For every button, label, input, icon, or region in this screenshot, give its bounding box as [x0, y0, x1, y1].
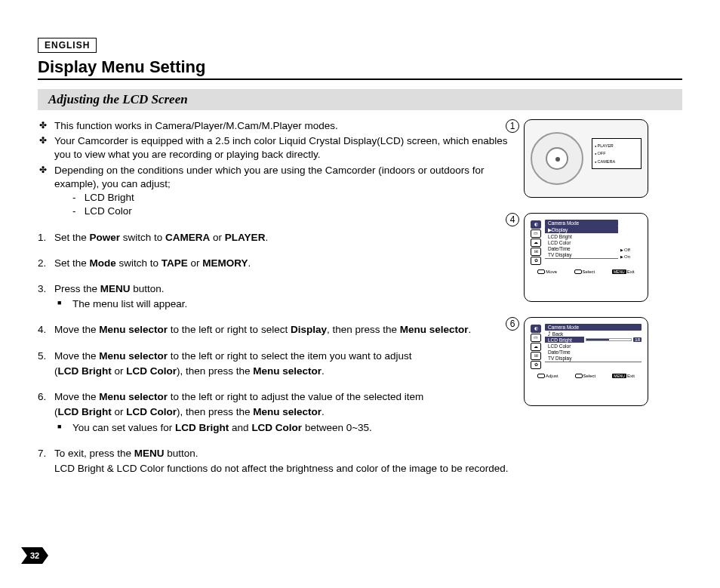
- menu-mode-header: Camera Mode: [545, 220, 618, 226]
- adjust-key-icon: [537, 374, 545, 378]
- step-3: 3. Press the MENU button. The menu list …: [54, 282, 509, 311]
- section-subtitle: Adjusting the LCD Screen: [38, 89, 682, 110]
- page-title: Display Menu Setting: [38, 57, 682, 77]
- tape-icon: ▭: [531, 334, 541, 342]
- step-5: 5. Move the Menu selector to the left or…: [54, 349, 509, 378]
- menu-item: ▶Display: [545, 226, 618, 233]
- select-key-icon: [574, 269, 582, 274]
- menu-item: TV Display: [545, 355, 642, 361]
- language-label: ENGLISH: [38, 38, 97, 53]
- mic-icon: ☁: [531, 343, 541, 351]
- figure-6: 6 ◐ ▭ ☁ ⊞ ✿ Camera Mode ⤴ Back LCD Brigh: [524, 317, 682, 406]
- sub-item: LCD Bright: [72, 191, 509, 205]
- camera-icon: ◐: [531, 325, 541, 333]
- slider-value: 18: [633, 337, 642, 342]
- dial-labels: PLAYER OFF CAMERA: [592, 138, 642, 169]
- menu-item: Date/Time: [545, 245, 618, 251]
- menu-key-icon: MENU: [612, 269, 626, 274]
- bullet-item: Your Camcorder is equipped with a 2.5 in…: [54, 134, 509, 162]
- tape-icon: ▭: [531, 229, 541, 238]
- value-slider: [586, 338, 632, 341]
- figure-number-4: 4: [506, 213, 519, 226]
- step-2: 2. Set the Mode switch to TAPE or MEMORY…: [54, 257, 509, 270]
- sub-item: LCD Color: [72, 205, 509, 218]
- menu-values: Off On: [620, 220, 642, 265]
- select-key-icon: [575, 374, 583, 378]
- instruction-text: This function works in Camera/Player/M.C…: [38, 119, 509, 488]
- display-icon: ⊞: [531, 352, 541, 360]
- step-6: 6. Move the Menu selector to the left or…: [54, 390, 509, 435]
- figure-1: 1 PLAYER OFF CAMERA: [524, 119, 682, 198]
- move-key-icon: [537, 269, 545, 274]
- bullet-item: This function works in Camera/Player/M.C…: [54, 119, 509, 133]
- menu-item: Date/Time: [545, 349, 642, 355]
- figure-number-6: 6: [506, 317, 519, 331]
- step-4: 4. Move the Menu selector to the left or…: [54, 323, 509, 337]
- menu-item: TV Display: [545, 251, 618, 257]
- step-1: 1. Set the Power switch to CAMERA or PLA…: [54, 231, 509, 245]
- menu-item: LCD Color: [545, 239, 618, 245]
- display-icon: ⊞: [531, 248, 541, 256]
- menu-key-icon: MENU: [612, 374, 626, 378]
- title-rule: [38, 79, 682, 80]
- menu-item: LCD Color: [545, 343, 642, 349]
- bullet-item: Depending on the conditions under which …: [54, 164, 509, 219]
- power-dial-icon: [529, 126, 586, 192]
- menu-mode-header: Camera Mode: [545, 324, 642, 331]
- figure-number-1: 1: [506, 119, 519, 133]
- menu-back: ⤴ Back: [545, 331, 642, 337]
- tools-icon: ✿: [531, 257, 541, 265]
- camera-icon: ◐: [531, 220, 541, 229]
- tools-icon: ✿: [531, 361, 541, 369]
- page-number-badge: 32: [21, 547, 51, 565]
- menu-item-selected: LCD Bright: [545, 337, 584, 343]
- menu-item: LCD Bright: [545, 233, 618, 239]
- figure-4: 4 ◐ ▭ ☁ ⊞ ✿ Camera Mode ▶Display LCD Bri…: [524, 213, 682, 302]
- step-7: 7. To exit, press the MENU button. LCD B…: [54, 447, 509, 476]
- mic-icon: ☁: [531, 239, 541, 247]
